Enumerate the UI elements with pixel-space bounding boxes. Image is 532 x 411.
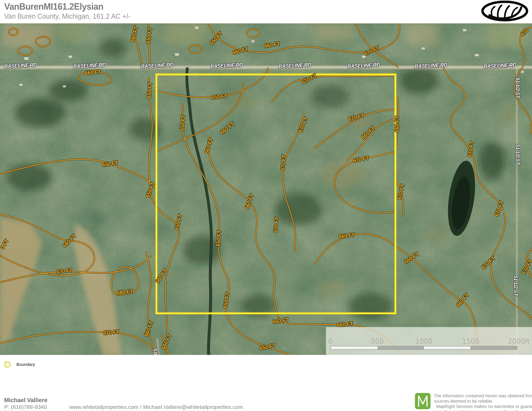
legend: Boundary <box>4 361 35 368</box>
disclaimer-line: MapRight Services makes no warranties or… <box>434 404 531 409</box>
disclaimer: The information contained herein was obt… <box>434 393 531 411</box>
boundary-polygon-icon <box>4 361 11 368</box>
whitetail-antler-logo <box>481 1 529 22</box>
page-subtitle: Van Buren County, Michigan, 161.2 AC +/- <box>4 12 131 20</box>
agent-name: Michael Valliere <box>4 397 48 404</box>
aerial-map: BASELINE RDBASELINE RDBASELINE RDBASELIN… <box>0 23 532 355</box>
property-map-page: { "header": { "title": "VanBurenMI161.2E… <box>0 0 532 411</box>
page-title: VanBurenMI161.2Elysian <box>4 1 103 12</box>
disclaimer-line: as to the completeness or accuracy there… <box>434 409 531 411</box>
agent-contact: www.whitetailproperties.com / Michael.Va… <box>69 404 243 410</box>
disclaimer-line: sources deemed to be reliable. <box>434 399 531 404</box>
mapright-m-logo <box>415 393 431 409</box>
legend-item-label: Boundary <box>17 362 35 367</box>
scale-bar-panel <box>326 327 532 355</box>
agent-phone: P: (616)788-9340 <box>4 404 47 410</box>
disclaimer-line: The information contained herein was obt… <box>434 393 531 399</box>
map-imagery <box>0 23 532 355</box>
